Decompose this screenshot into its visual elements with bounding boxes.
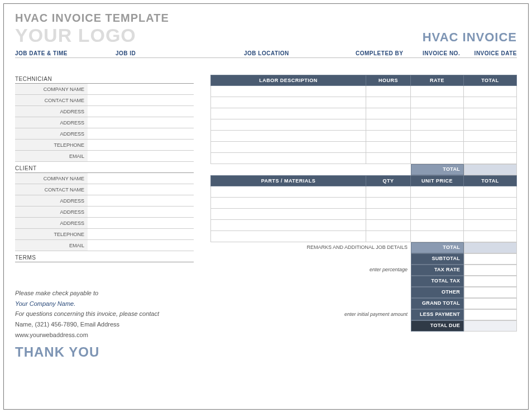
table-cell[interactable] bbox=[411, 86, 464, 97]
totaldue-value[interactable] bbox=[464, 320, 517, 332]
field-input[interactable] bbox=[88, 151, 194, 161]
table-cell[interactable] bbox=[411, 220, 464, 231]
left-column: TECHNICIAN COMPANY NAMECONTACT NAMEADDRE… bbox=[15, 75, 194, 360]
lesspayment-row: enter initial payment amount LESS PAYMEN… bbox=[210, 309, 517, 320]
table-cell[interactable] bbox=[366, 108, 411, 119]
table-cell[interactable] bbox=[366, 231, 411, 242]
table-cell[interactable] bbox=[211, 209, 366, 220]
table-cell[interactable] bbox=[411, 131, 464, 142]
invoice-sheet: HVAC INVOICE TEMPLATE YOUR LOGO HVAC INV… bbox=[3, 3, 529, 410]
table-cell[interactable] bbox=[464, 142, 517, 153]
table-cell[interactable] bbox=[211, 142, 366, 153]
field-input[interactable] bbox=[88, 84, 194, 94]
field-label: COMPANY NAME bbox=[15, 84, 88, 94]
table-cell[interactable] bbox=[366, 198, 411, 209]
field-label: ADDRESS bbox=[15, 128, 88, 139]
table-cell[interactable] bbox=[366, 86, 411, 97]
table-cell[interactable] bbox=[366, 209, 411, 220]
field-input[interactable] bbox=[88, 117, 194, 128]
table-cell[interactable] bbox=[211, 108, 366, 119]
info-header-row: JOB DATE & TIME JOB ID JOB LOCATION COMP… bbox=[15, 46, 517, 58]
table-cell[interactable] bbox=[211, 153, 366, 164]
field-input[interactable] bbox=[88, 95, 194, 105]
table-cell[interactable] bbox=[411, 231, 464, 242]
field-label: CONTACT NAME bbox=[15, 95, 88, 105]
field-row: TELEPHONE bbox=[15, 140, 194, 151]
table-cell[interactable] bbox=[211, 119, 366, 131]
table-cell[interactable] bbox=[464, 119, 517, 131]
table-cell[interactable] bbox=[211, 231, 366, 242]
table-cell[interactable] bbox=[366, 119, 411, 131]
taxrate-hint: enter percentage bbox=[210, 265, 411, 276]
table-cell[interactable] bbox=[411, 198, 464, 209]
table-cell[interactable] bbox=[411, 97, 464, 108]
remarks-label: REMARKS AND ADDITIONAL JOB DETAILS bbox=[210, 242, 411, 253]
table-cell[interactable] bbox=[411, 153, 464, 164]
invoice-title: HVAC INVOICE bbox=[423, 30, 517, 45]
table-cell[interactable] bbox=[411, 119, 464, 131]
table-cell[interactable] bbox=[464, 153, 517, 164]
parts-th-total: TOTAL bbox=[464, 176, 517, 186]
field-input[interactable] bbox=[88, 106, 194, 117]
table-cell[interactable] bbox=[464, 220, 517, 231]
table-row bbox=[211, 198, 517, 209]
parts-th-price: UNIT PRICE bbox=[411, 176, 464, 186]
logo-placeholder: YOUR LOGO bbox=[15, 26, 136, 45]
field-input[interactable] bbox=[88, 240, 194, 251]
field-input[interactable] bbox=[88, 140, 194, 150]
field-input[interactable] bbox=[88, 195, 194, 206]
parts-total-value[interactable] bbox=[464, 242, 517, 253]
table-cell[interactable] bbox=[211, 220, 366, 231]
field-input[interactable] bbox=[88, 128, 194, 139]
table-cell[interactable] bbox=[411, 209, 464, 220]
questions-label: For questions concerning this invoice, p… bbox=[15, 309, 194, 319]
table-cell[interactable] bbox=[411, 186, 464, 198]
field-input[interactable] bbox=[88, 184, 194, 195]
labor-total-row: TOTAL bbox=[210, 164, 517, 175]
taxrate-label: TAX RATE bbox=[411, 265, 464, 276]
table-cell[interactable] bbox=[211, 131, 366, 142]
table-cell[interactable] bbox=[366, 186, 411, 198]
table-cell[interactable] bbox=[464, 131, 517, 142]
table-cell[interactable] bbox=[464, 209, 517, 220]
lesspayment-value[interactable] bbox=[464, 309, 517, 320]
questions-web: www.yourwebaddress.com bbox=[15, 330, 194, 340]
table-cell[interactable] bbox=[411, 108, 464, 119]
doc-title: HVAC INVOICE TEMPLATE bbox=[15, 12, 517, 25]
labor-th-desc: LABOR DESCRIPTION bbox=[211, 75, 366, 86]
payable-label: Please make check payable to bbox=[15, 288, 194, 299]
field-row: COMPANY NAME bbox=[15, 84, 194, 95]
field-row: ADDRESS bbox=[15, 195, 194, 206]
field-row: EMAIL bbox=[15, 151, 194, 162]
table-cell[interactable] bbox=[366, 97, 411, 108]
field-input[interactable] bbox=[88, 229, 194, 239]
field-input[interactable] bbox=[88, 206, 194, 217]
table-cell[interactable] bbox=[464, 86, 517, 97]
table-cell[interactable] bbox=[366, 142, 411, 153]
table-row bbox=[211, 86, 517, 97]
taxrate-value[interactable] bbox=[464, 265, 517, 276]
table-cell[interactable] bbox=[464, 108, 517, 119]
table-cell[interactable] bbox=[366, 220, 411, 231]
table-cell[interactable] bbox=[211, 86, 366, 97]
table-cell[interactable] bbox=[211, 97, 366, 108]
table-cell[interactable] bbox=[411, 142, 464, 153]
field-input[interactable] bbox=[88, 218, 194, 228]
field-row: ADDRESS bbox=[15, 117, 194, 128]
table-cell[interactable] bbox=[366, 153, 411, 164]
table-cell[interactable] bbox=[464, 97, 517, 108]
other-value[interactable] bbox=[464, 287, 517, 298]
subtotal-value[interactable] bbox=[464, 253, 517, 265]
totaldue-row: TOTAL DUE bbox=[210, 320, 517, 332]
labor-total-value[interactable] bbox=[464, 164, 517, 175]
table-cell[interactable] bbox=[211, 198, 366, 209]
table-cell[interactable] bbox=[464, 186, 517, 198]
table-cell[interactable] bbox=[464, 231, 517, 242]
field-input[interactable] bbox=[88, 173, 194, 184]
right-column: LABOR DESCRIPTION HOURS RATE TOTAL TOTAL… bbox=[210, 75, 517, 360]
table-cell[interactable] bbox=[366, 131, 411, 142]
table-cell[interactable] bbox=[464, 198, 517, 209]
table-cell[interactable] bbox=[211, 186, 366, 198]
totaltax-value[interactable] bbox=[464, 276, 517, 287]
grandtotal-value[interactable] bbox=[464, 298, 517, 309]
